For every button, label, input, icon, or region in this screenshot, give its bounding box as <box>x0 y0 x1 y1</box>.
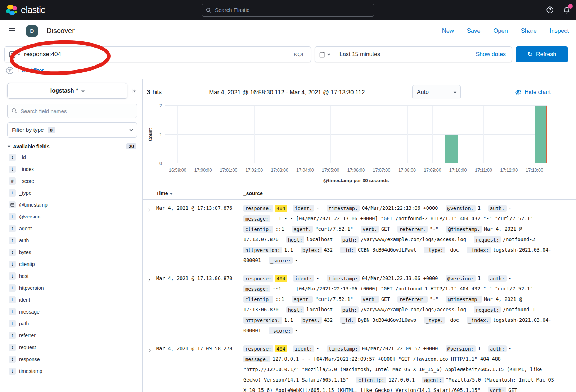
doc-table-row: Mar 4, 2021 @ 17:09:58.278response:404 i… <box>143 340 576 392</box>
share-button[interactable]: Share <box>521 27 537 34</box>
field-type-icon: t <box>9 261 16 268</box>
menu-hamburger-icon[interactable] <box>7 27 17 35</box>
source-field-value: _doc <box>447 317 459 323</box>
hits-label: hits <box>153 89 162 95</box>
source-field-value: GET <box>381 226 390 232</box>
refresh-button[interactable]: ↻ Refresh <box>516 46 568 62</box>
field-item-@timestamp[interactable]: @timestamp <box>7 199 137 211</box>
source-field-badge: timestamp: <box>327 205 360 212</box>
field-item-message[interactable]: tmessage <box>7 306 137 317</box>
doc-source-cell: response:404 ident:- timestamp:04/Mar/20… <box>243 343 556 392</box>
field-item-agent[interactable]: tagent <box>7 222 137 234</box>
source-field-value: - <box>509 275 512 281</box>
field-item-response[interactable]: tresponse <box>7 353 137 365</box>
available-fields-accordion[interactable]: Available fields 20 <box>7 143 137 149</box>
y-axis-title: Count <box>147 106 154 163</box>
expand-doc-button[interactable] <box>148 203 156 213</box>
source-field-value: /notfound-2 <box>503 236 535 242</box>
show-dates-button[interactable]: Show dates <box>470 51 512 58</box>
filter-menu-icon[interactable] <box>6 67 14 75</box>
time-range-value[interactable]: Last 15 minutes <box>334 51 385 58</box>
field-item-_type[interactable]: t_type <box>7 187 137 199</box>
collapse-sidebar-icon[interactable] <box>131 88 137 94</box>
hide-chart-button[interactable]: Hide chart <box>515 89 551 96</box>
app-header: D Discover New Save Open Share Inspect <box>0 20 576 42</box>
source-field-value: 1.1 <box>284 317 293 323</box>
source-field-badge: verb: <box>361 296 379 303</box>
field-item-auth[interactable]: tauth <box>7 234 137 246</box>
expand-doc-button[interactable] <box>148 273 156 283</box>
new-button[interactable]: New <box>442 27 454 34</box>
source-field-value: ByBN_3cB04dGovJLOawo <box>358 317 417 323</box>
x-tick-label: 17:11:00 <box>475 168 492 173</box>
source-field-value: 04/Mar/2021:22:09:57 +0000 <box>362 346 438 351</box>
source-column-header: _source <box>243 190 556 196</box>
source-field-badge: _id: <box>340 247 356 253</box>
field-item-referrer[interactable]: treferrer <box>7 329 137 341</box>
x-tick-label: 17:07:00 <box>373 168 390 173</box>
source-field-badge: auth: <box>488 275 507 282</box>
field-item-_score[interactable]: #_score <box>7 175 137 187</box>
x-tick-label: 16:59:00 <box>169 168 186 173</box>
source-field-badge: clientip: <box>356 377 386 383</box>
inspect-button[interactable]: Inspect <box>550 27 569 34</box>
elastic-logo[interactable] <box>6 4 17 16</box>
field-type-icon: t <box>9 213 16 220</box>
alerts-bell-icon[interactable] <box>563 6 570 14</box>
help-icon[interactable] <box>546 6 554 14</box>
field-item-bytes[interactable]: tbytes <box>7 246 137 258</box>
x-axis-title: @timestamp per 30 seconds <box>165 178 547 183</box>
source-field-value: ::1 <box>275 226 284 232</box>
hide-chart-label: Hide chart <box>525 89 551 95</box>
field-item-clientip[interactable]: tclientip <box>7 258 137 270</box>
source-field-value: "-" <box>430 226 438 232</box>
field-item-timestamp[interactable]: ttimestamp <box>7 365 137 377</box>
calendar-menu-button[interactable] <box>315 47 334 62</box>
field-item-_id[interactable]: t_id <box>7 151 137 163</box>
results-toolbar: 3 hits Mar 4, 2021 @ 16:58:30.112 - Mar … <box>143 79 576 101</box>
field-type-icon: t <box>9 237 16 244</box>
histogram-bar[interactable] <box>445 135 458 163</box>
index-pattern-selector[interactable]: logstash-* <box>7 83 127 99</box>
field-item-host[interactable]: thost <box>7 270 137 282</box>
refresh-icon: ↻ <box>527 51 533 58</box>
saved-query-icon <box>9 51 16 58</box>
source-field-value: "-" <box>430 296 438 302</box>
source-field-badge: bytes: <box>301 247 322 253</box>
field-item-path[interactable]: tpath <box>7 317 137 329</box>
open-button[interactable]: Open <box>493 27 508 34</box>
space-avatar[interactable]: D <box>26 25 38 37</box>
histogram-bar[interactable] <box>535 106 547 163</box>
source-field-badge: @timestamp: <box>446 296 482 303</box>
page-title: Discover <box>46 27 75 35</box>
field-item-httpversion[interactable]: thttpversion <box>7 282 137 294</box>
global-search[interactable] <box>202 4 374 17</box>
field-type-icon: t <box>9 368 16 375</box>
save-button[interactable]: Save <box>467 27 481 34</box>
source-field-value: "curl/7.52.1" <box>315 296 353 302</box>
chevron-right-icon <box>147 208 151 212</box>
query-input[interactable] <box>23 50 288 58</box>
field-item-_index[interactable]: t_index <box>7 163 137 175</box>
add-filter-button[interactable]: + Add filter <box>17 67 44 74</box>
query-language-button[interactable]: KQL <box>288 51 311 58</box>
field-item-ident[interactable]: tident <box>7 294 137 306</box>
time-column-header[interactable]: Time <box>156 190 243 196</box>
field-item-@version[interactable]: t@version <box>7 211 137 222</box>
y-tick-label: 2 <box>159 103 162 108</box>
expand-doc-button[interactable] <box>148 343 156 353</box>
field-search-input[interactable] <box>7 104 137 118</box>
field-name: path <box>19 321 29 326</box>
interval-select[interactable]: Auto <box>412 85 461 99</box>
x-tick-label: 17:09:00 <box>424 168 441 173</box>
global-search-input[interactable] <box>214 6 370 13</box>
saved-query-menu-button[interactable] <box>5 51 23 58</box>
field-name: _index <box>19 166 34 172</box>
source-field-value: 1 <box>478 275 481 281</box>
source-field-value: ::1 <box>275 296 284 302</box>
field-item-request[interactable]: trequest <box>7 341 137 353</box>
filter-by-type-count-badge: 0 <box>48 127 55 133</box>
field-list: t_idt_index#_scoret_type@timestampt@vers… <box>7 151 137 377</box>
filter-by-type-button[interactable]: Filter by type 0 <box>7 122 137 138</box>
source-field-value: localhost <box>306 307 333 312</box>
